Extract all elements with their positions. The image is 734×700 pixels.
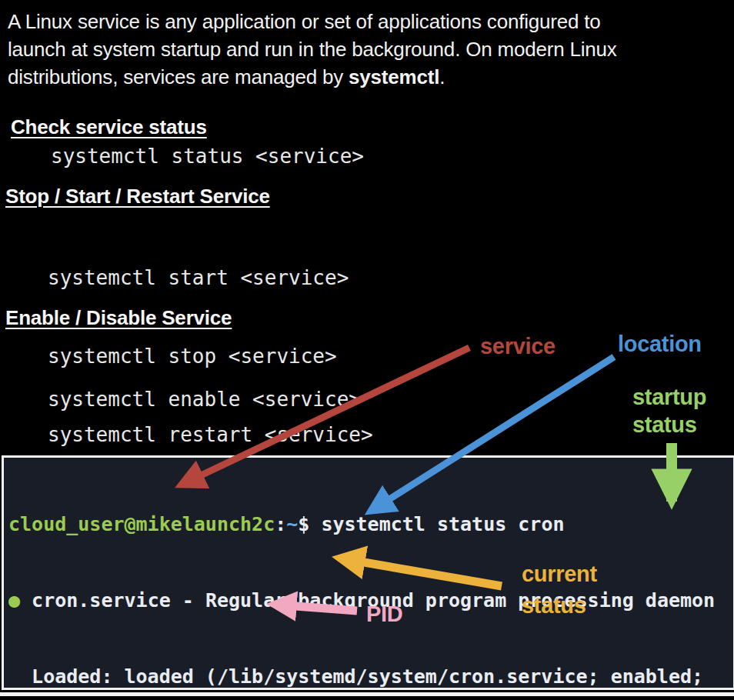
command-status: systemctl status <service> — [51, 143, 364, 169]
label-current-status: current status — [522, 558, 597, 622]
bottom-divider — [0, 692, 734, 696]
label-location: location — [618, 330, 702, 358]
label-startup-line2: status — [632, 411, 706, 438]
prompt-path: ~ — [286, 513, 298, 535]
heading-check-service-status: Check service status — [11, 115, 207, 139]
status-bullet-icon: ● — [8, 589, 20, 612]
systemctl-term: systemctl — [349, 65, 439, 88]
intro-line-3: distributions, services are managed by s… — [8, 63, 727, 91]
terminal-line-loaded: Loaded: loaded (/lib/systemd/system/cron… — [8, 664, 733, 689]
label-startup-line1: startup — [632, 383, 706, 411]
terminal-prompt-line: cloud_user@mikelaunch2c:~$ systemctl sta… — [8, 512, 733, 537]
prompt-colon: : — [275, 513, 286, 535]
intro-line-3-period: . — [439, 65, 445, 88]
terminal-screenshot: cloud_user@mikelaunch2c:~$ systemctl sta… — [2, 455, 734, 690]
heading-enable-disable: Enable / Disable Service — [5, 306, 232, 330]
intro-paragraph: A Linux service is any application or se… — [8, 8, 727, 91]
intro-line-2: launch at system startup and run in the … — [8, 35, 727, 63]
prompt-user-host: cloud_user@mikelaunch2c — [8, 513, 275, 535]
label-current-line2: status — [522, 590, 597, 622]
slide: A Linux service is any application or se… — [0, 0, 734, 700]
command-start: systemctl start <service> — [48, 265, 373, 291]
command-enable: systemctl enable <service> — [48, 386, 373, 412]
prompt-command: $ systemctl status cron — [298, 513, 564, 535]
intro-line-1: A Linux service is any application or se… — [8, 8, 727, 35]
heading-stop-start-restart: Stop / Start / Restart Service — [5, 185, 270, 208]
label-service: service — [480, 332, 556, 360]
label-current-line1: current — [522, 558, 597, 590]
intro-line-3-text: distributions, services are managed by — [8, 65, 349, 88]
label-startup-status: startup status — [632, 383, 706, 438]
label-pid: PID — [366, 600, 402, 628]
